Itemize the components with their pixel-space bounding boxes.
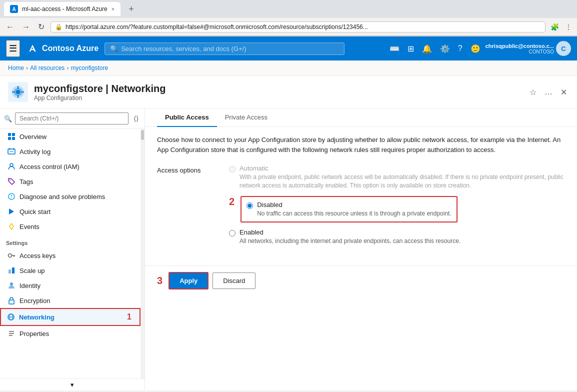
search-input[interactable] [121,45,339,52]
directory-filter-icon[interactable]: ⊞ [404,41,417,56]
radio-option-disabled: Disabled No traffic can access this reso… [246,201,452,218]
more-options-button[interactable]: … [542,86,554,98]
main-layout: 🔍 ⟨⟩ Overview Activity log [0,108,577,390]
resource-icon [8,82,28,102]
disabled-title[interactable]: Disabled [257,201,282,208]
sidebar-item-access-control[interactable]: Access control (IAM) [0,159,140,174]
apply-button[interactable]: Apply [168,272,208,290]
activity-log-label: Activity log [20,148,50,156]
sidebar-item-quick-start[interactable]: Quick start [0,204,140,219]
feedback-icon[interactable]: 🙂 [468,41,484,56]
browser-menu-icon[interactable]: ⋮ [564,22,573,32]
svg-point-23 [10,282,13,286]
sidebar-item-properties[interactable]: Properties [0,326,140,341]
sidebar-search-input[interactable] [15,112,128,124]
sidebar-item-overview[interactable]: Overview [0,129,140,144]
sidebar-item-tags[interactable]: Tags [0,174,140,189]
cloud-shell-icon[interactable]: ⌨️ [386,41,402,56]
settings-section-label: Settings [0,234,140,248]
quick-start-label: Quick start [20,208,50,216]
discard-button[interactable]: Discard [212,272,256,289]
sidebar-item-activity-log[interactable]: Activity log [0,144,140,159]
automatic-title[interactable]: Automatic [240,164,268,172]
sidebar-item-identity[interactable]: Identity [0,278,140,293]
radio-automatic[interactable] [229,166,236,172]
forward-button[interactable]: → [20,22,32,32]
svg-point-12 [10,164,13,166]
back-button[interactable]: ← [4,22,16,32]
key-icon [8,252,16,260]
sidebar-item-networking[interactable]: Networking 1 [0,308,140,326]
tab-private-access[interactable]: Private Access [217,108,276,127]
sidebar-item-diagnose[interactable]: Diagnose and solve problems [0,189,140,204]
enabled-content: Enabled All networks, including the inte… [240,228,460,246]
activity-icon [8,148,16,156]
browser-nav-bar: ← → ↻ 🔒 https://portal.azure.com/?featur… [0,18,577,36]
browser-tab[interactable]: A ml-aac-access - Microsoft Azure × [4,2,120,16]
help-icon[interactable]: ? [455,41,466,56]
sidebar-item-access-keys[interactable]: Access keys [0,248,140,263]
address-bar[interactable]: 🔒 https://portal.azure.com/?feature.cust… [50,22,546,32]
collapse-sidebar-button[interactable]: ⟨⟩ [132,112,140,124]
enabled-desc: All networks, including the internet and… [240,237,460,246]
sidebar-search-bar: 🔍 ⟨⟩ [0,108,144,129]
page-title: myconfigstore | Networking [34,83,166,94]
step3-badge: 3 [157,275,162,286]
selected-option-box: Disabled No traffic can access this reso… [240,196,458,223]
svg-point-18 [8,254,12,258]
hamburger-menu[interactable]: ☰ [6,40,20,57]
breadcrumb-current: myconfigstore [70,64,108,72]
tags-icon [8,178,16,186]
sidebar-item-scale-up[interactable]: Scale up [0,263,140,278]
automatic-desc: With a private endpoint, public network … [240,173,565,190]
events-label: Events [20,223,40,230]
encryption-icon [8,296,16,304]
tab-public-access[interactable]: Public Access [157,108,217,127]
sidebar-scroll-down[interactable]: ▾ [0,378,144,390]
svg-rect-21 [8,270,11,274]
breadcrumb-all-resources[interactable]: All resources [30,64,64,72]
step1-badge: 1 [127,312,132,322]
identity-label: Identity [20,282,40,290]
tags-label: Tags [20,178,33,186]
lock-icon: 🔒 [55,24,62,30]
encryption-label: Encryption [20,297,50,304]
tab-favicon: A [10,5,18,13]
sidebar-scrollbar[interactable] [140,129,144,378]
user-tenant: CONTOSO [529,49,554,54]
diagnose-label: Diagnose and solve problems [20,193,105,200]
global-search[interactable]: 🔍 [104,42,344,55]
browser-extra-icons: 🧩 ⋮ [550,22,573,32]
address-text: https://portal.azure.com/?feature.custom… [66,24,541,30]
svg-point-16 [11,198,12,198]
settings-icon[interactable]: ⚙️ [437,41,453,56]
close-panel-button[interactable]: ✕ [558,86,569,99]
tab-bar: Public Access Private Access [145,108,577,127]
sidebar-item-encryption[interactable]: Encryption [0,293,140,308]
notifications-icon[interactable]: 🔔 [419,41,435,56]
user-avatar[interactable]: C [556,41,571,56]
breadcrumb-home[interactable]: Home [8,64,24,72]
azure-logo-icon [26,42,38,54]
new-tab-button[interactable]: + [124,4,138,14]
refresh-button[interactable]: ↻ [36,21,46,32]
automatic-content: Automatic With a private endpoint, publi… [240,164,565,190]
svg-marker-17 [9,208,14,214]
description-text: Choose how to connect to your App Config… [157,135,565,154]
breadcrumb: Home › All resources › myconfigstore [0,60,577,76]
breadcrumb-sep2: › [66,64,68,72]
favorite-button[interactable]: ☆ [528,86,538,99]
extensions-icon[interactable]: 🧩 [550,22,560,32]
sidebar-item-events[interactable]: Events [0,219,140,234]
access-keys-label: Access keys [20,252,56,260]
enabled-title[interactable]: Enabled [240,228,264,236]
properties-icon [8,330,16,338]
networking-label: Networking [19,314,54,321]
header-icons: ⌨️ ⊞ 🔔 ⚙️ ? 🙂 chrisqpublic@contoso.c... … [386,41,571,56]
radio-option-automatic: Automatic With a private endpoint, publi… [229,164,565,190]
radio-disabled[interactable] [246,202,253,209]
radio-enabled[interactable] [229,230,236,236]
user-menu[interactable]: chrisqpublic@contoso.c... CONTOSO [486,43,554,54]
page-subtitle: App Configuration [34,94,166,102]
tab-close-button[interactable]: × [112,6,114,12]
